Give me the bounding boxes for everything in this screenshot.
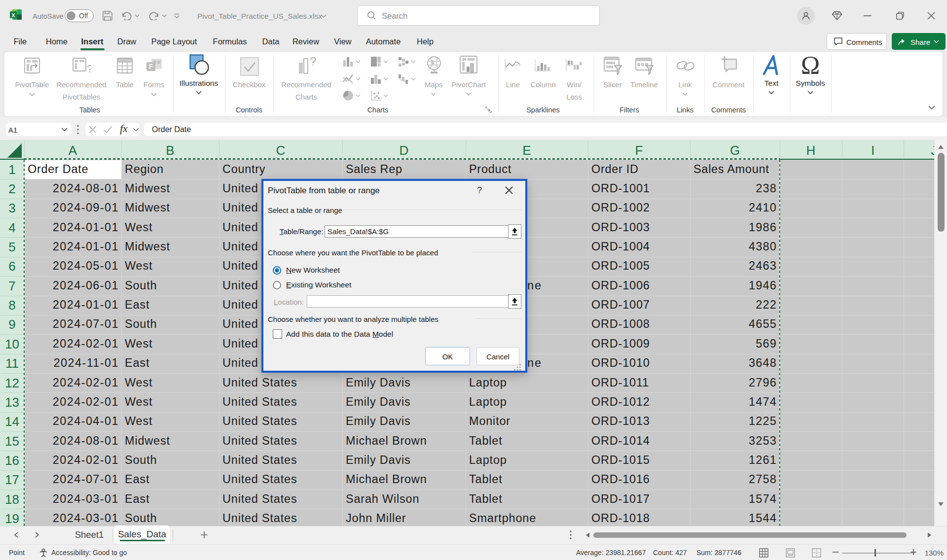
- svg-text:F: F: [149, 63, 153, 70]
- svg-text:?: ?: [310, 57, 316, 68]
- svg-text:?: ?: [87, 63, 91, 74]
- svg-text:X: X: [11, 12, 15, 18]
